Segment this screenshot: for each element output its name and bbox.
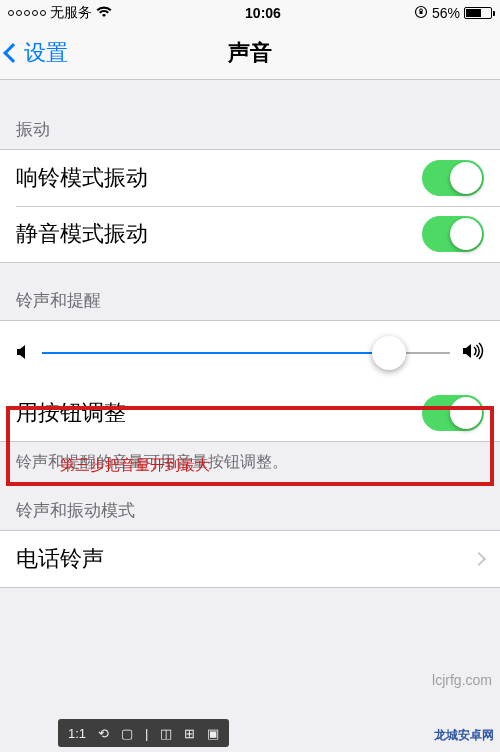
editor-toolbar: 1:1 ⟲ ▢ | ◫ ⊞ ▣	[58, 719, 229, 747]
toolbar-split-icon[interactable]: ◫	[160, 726, 172, 741]
wifi-icon	[96, 5, 112, 21]
carrier-label: 无服务	[50, 4, 92, 22]
section-header-ringer: 铃声和提醒	[0, 263, 500, 320]
back-button[interactable]: 设置	[6, 26, 68, 79]
orientation-lock-icon	[414, 5, 428, 22]
row-ring-vibrate[interactable]: 响铃模式振动	[0, 150, 500, 206]
ringer-group: 用按钮调整	[0, 320, 500, 442]
volume-slider[interactable]	[42, 352, 450, 354]
row-label: 用按钮调整	[16, 398, 126, 428]
patterns-group: 电话铃声	[0, 530, 500, 588]
row-phone-ringtone[interactable]: 电话铃声	[0, 531, 500, 587]
row-label: 响铃模式振动	[16, 163, 148, 193]
battery-pct: 56%	[432, 5, 460, 21]
section-header-vibration: 振动	[0, 80, 500, 149]
row-change-with-buttons[interactable]: 用按钮调整	[0, 385, 500, 441]
status-time: 10:06	[112, 5, 414, 21]
toolbar-ratio[interactable]: 1:1	[68, 726, 86, 741]
section-header-patterns: 铃声和振动模式	[0, 473, 500, 530]
toolbar-divider: |	[145, 726, 148, 741]
toolbar-rotate-icon[interactable]: ⟲	[98, 726, 109, 741]
vibration-group: 响铃模式振动 静音模式振动	[0, 149, 500, 263]
volume-high-icon	[462, 342, 484, 365]
volume-low-icon	[16, 342, 30, 365]
row-silent-vibrate[interactable]: 静音模式振动	[0, 206, 500, 262]
row-volume-slider[interactable]	[0, 321, 500, 385]
row-label: 电话铃声	[16, 544, 104, 574]
battery-icon	[464, 7, 492, 19]
back-label: 设置	[24, 38, 68, 68]
status-left: 无服务	[8, 4, 112, 22]
status-bar: 无服务 10:06 56%	[0, 0, 500, 26]
svg-rect-1	[419, 11, 422, 14]
signal-dots-icon	[8, 10, 46, 16]
toolbar-grid-icon[interactable]: ⊞	[184, 726, 195, 741]
slider-knob[interactable]	[372, 336, 406, 370]
annotation-caption: 第三步把音量开到最大	[60, 456, 210, 475]
toggle-ring-vibrate[interactable]	[422, 160, 484, 196]
toggle-change-with-buttons[interactable]	[422, 395, 484, 431]
page-title: 声音	[228, 38, 272, 68]
chevron-right-icon	[472, 552, 486, 566]
nav-bar: 设置 声音	[0, 26, 500, 80]
watermark-brand: 龙城安卓网	[434, 727, 494, 744]
chevron-left-icon	[3, 43, 23, 63]
toggle-silent-vibrate[interactable]	[422, 216, 484, 252]
toolbar-fullscreen-icon[interactable]: ▢	[121, 726, 133, 741]
status-right: 56%	[414, 5, 492, 22]
toolbar-frame-icon[interactable]: ▣	[207, 726, 219, 741]
watermark-url: lcjrfg.com	[432, 672, 492, 688]
row-label: 静音模式振动	[16, 219, 148, 249]
